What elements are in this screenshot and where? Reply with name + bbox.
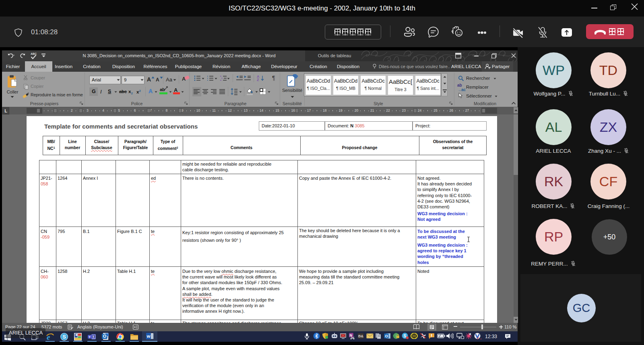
svg-text:N: N [350,333,353,337]
svg-text:O: O [385,334,388,338]
svg-text:T: T [93,335,95,339]
svg-text:T: T [89,335,91,339]
svg-text:S: S [404,334,407,338]
svg-text:B&: B& [358,334,363,338]
